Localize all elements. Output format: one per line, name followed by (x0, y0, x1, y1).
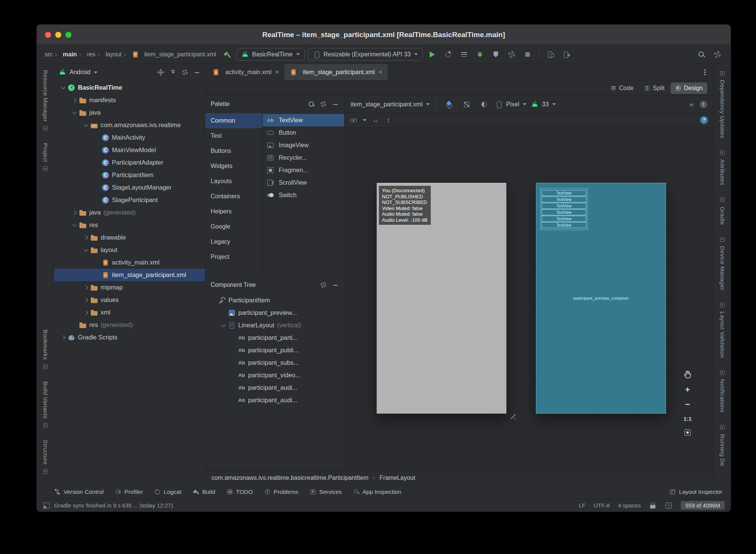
run-button[interactable] (426, 48, 439, 61)
pair-device-button[interactable] (560, 48, 573, 61)
design-file-select[interactable]: item_stage_participant.xml (351, 101, 430, 108)
blueprint-textview[interactable]: TextView (542, 196, 586, 202)
coverage-button[interactable] (489, 48, 502, 61)
indent-indicator[interactable]: 4 spaces (618, 502, 641, 509)
stop-button[interactable] (521, 48, 534, 61)
bottom-tool-button[interactable]: Build (193, 489, 215, 495)
hide-panel-icon[interactable] (332, 101, 339, 107)
chevron-icon[interactable] (70, 99, 79, 102)
editor-mode-button[interactable]: Design (671, 82, 707, 94)
breadcrumb-component[interactable]: FrameLayout (380, 475, 415, 481)
notifications-indicator-icon[interactable] (665, 502, 672, 509)
zoom-in-button[interactable]: + (685, 386, 690, 394)
project-tree-item[interactable]: mipmap (54, 281, 205, 294)
memory-indicator[interactable]: 559 of 4096M (681, 501, 725, 510)
palette-category[interactable]: Text (205, 128, 262, 143)
canvas-resize-handle[interactable] (508, 411, 515, 419)
project-tree-item[interactable]: xml (54, 306, 205, 319)
debug-button[interactable] (473, 48, 486, 61)
device-for-preview-select[interactable]: Pixel (495, 101, 526, 108)
palette-category[interactable]: Google (205, 219, 262, 234)
palette-category[interactable]: Legacy (205, 234, 262, 249)
palette-category[interactable]: Buttons (205, 143, 262, 159)
night-mode-button[interactable] (478, 98, 491, 110)
chevron-icon[interactable] (81, 124, 90, 126)
component-tree-item[interactable]: participant_subs... (205, 356, 344, 369)
tool-window-button[interactable]: Dependency Updates (719, 70, 726, 138)
breadcrumb-item[interactable]: layout (96, 51, 123, 58)
project-tree-item[interactable]: layout (54, 244, 205, 256)
palette-component[interactable]: Button (263, 126, 344, 139)
tool-window-button[interactable]: Device Manager (719, 236, 726, 290)
bottom-tool-button[interactable]: App Inspection (353, 489, 402, 495)
palette-category[interactable]: Project (205, 249, 262, 265)
chevron-icon[interactable] (81, 249, 90, 251)
project-tree-item[interactable]: ParticipantAdapter (54, 156, 205, 169)
component-tree-item[interactable]: LinearLayout (vertical) (205, 319, 344, 331)
component-tree-item[interactable]: participant_publi... (205, 344, 344, 356)
vertical-constraint-icon[interactable] (385, 117, 392, 124)
chevron-icon[interactable] (70, 211, 79, 214)
project-tree-item[interactable]: StageLayoutManager (54, 181, 205, 194)
view-options-icon[interactable] (350, 117, 357, 124)
tool-window-toggle-icon[interactable] (43, 502, 50, 509)
more-actions-icon[interactable] (688, 101, 695, 108)
project-tree-item[interactable]: java (generated) (54, 206, 205, 219)
tool-window-button[interactable]: Attributes (719, 149, 726, 185)
tool-window-button[interactable]: Resource Manager (42, 70, 49, 132)
palette-component[interactable]: Fragmen... (263, 164, 344, 176)
zoom-window-button[interactable] (65, 32, 71, 38)
tab-options-icon[interactable] (701, 68, 709, 76)
blueprint-textview[interactable]: TextView (542, 222, 586, 228)
component-tree-item[interactable]: participant_preview... (205, 307, 344, 319)
breadcrumb-component[interactable]: com.amazonaws.ivs.realtime.basicrealtime… (211, 475, 368, 481)
blueprint-textview[interactable]: TextView (542, 190, 586, 196)
chevron-icon[interactable] (70, 224, 79, 226)
tool-window-button[interactable]: Build Variants (42, 381, 49, 429)
design-canvas[interactable]: You (Disconnected) NOT_PUBLISHED NOT_SUB… (345, 128, 713, 471)
palette-component[interactable]: Switch (263, 189, 344, 201)
project-view-selector[interactable]: Android (70, 69, 90, 76)
close-tab-icon[interactable] (378, 68, 382, 76)
surface-mode-button[interactable] (443, 98, 456, 110)
gear-icon[interactable] (182, 69, 188, 76)
bottom-tool-button[interactable]: Services (310, 489, 342, 495)
breadcrumb-item[interactable]: item_stage_participant.xml (123, 51, 217, 58)
status-message[interactable]: Gradle sync finished in 9 s 635 ... (tod… (54, 502, 173, 509)
blueprint-textview[interactable]: TextView (542, 216, 586, 222)
breadcrumb-item[interactable]: res (78, 51, 96, 58)
project-tree-item[interactable]: res (54, 219, 205, 231)
breadcrumb-item[interactable]: src (43, 51, 54, 58)
zoom-to-fit-button[interactable] (684, 429, 691, 436)
editor-tab[interactable]: activity_main.xml (207, 64, 284, 80)
search-everywhere-button[interactable] (695, 48, 708, 61)
editor-mode-button[interactable]: Split (640, 82, 669, 94)
sync-project-button[interactable] (505, 48, 518, 61)
project-tree-item[interactable]: com.amazonaws.ivs.realtime (54, 119, 205, 131)
tool-window-button[interactable]: Bookmarks (42, 330, 49, 370)
api-version-select[interactable]: 33 (531, 101, 556, 108)
project-tree-item[interactable]: ParticipantItem (54, 169, 205, 181)
chevron-down-icon[interactable] (363, 119, 366, 121)
blueprint-textview[interactable]: TextView (542, 203, 586, 209)
palette-category[interactable]: Common (205, 113, 262, 128)
component-tree-item[interactable]: ParticipantItem (205, 294, 344, 307)
tool-window-button[interactable]: Project (42, 143, 49, 172)
hide-panel-icon[interactable] (194, 69, 200, 76)
chevron-icon[interactable] (70, 112, 79, 114)
component-tree-item[interactable]: participant_audi... (205, 394, 344, 406)
palette-component[interactable]: ImageView (263, 139, 344, 151)
palette-category[interactable]: Containers (205, 189, 262, 204)
gear-icon[interactable] (320, 101, 327, 107)
close-window-button[interactable] (45, 32, 51, 38)
palette-component[interactable]: Recycler... (263, 151, 344, 164)
project-tree-item[interactable]: values (54, 294, 205, 306)
horizontal-constraint-icon[interactable] (372, 117, 379, 124)
palette-component[interactable]: TextView (263, 114, 344, 126)
target-device-select[interactable]: Resizable (Experimental) API 33 (308, 48, 423, 61)
bottom-tool-button[interactable]: TODO (227, 489, 253, 495)
help-icon[interactable] (700, 116, 708, 124)
render-errors-icon[interactable] (700, 101, 707, 108)
device-mirroring-button[interactable] (544, 48, 557, 61)
tool-window-button[interactable]: Gradle (719, 197, 726, 225)
